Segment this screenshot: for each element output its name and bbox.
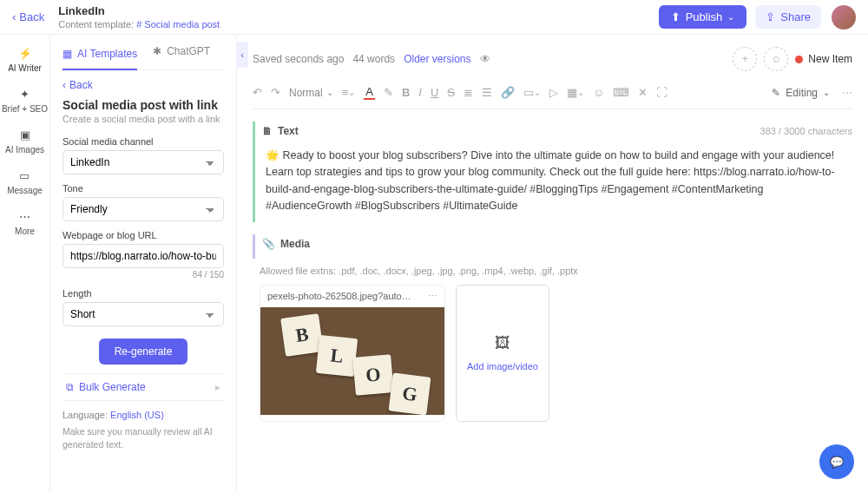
italic-icon[interactable]: I	[418, 86, 422, 99]
text-color-icon[interactable]: A	[364, 85, 375, 100]
template-panel: ▦ AI Templates ✱ ChatGPT ‹ Back Social m…	[50, 35, 237, 493]
chevron-down-icon: ⌄	[823, 88, 830, 97]
media-section: 📎 Media	[253, 234, 852, 259]
underline-icon[interactable]: U	[431, 86, 438, 99]
share-icon: ⇪	[766, 10, 775, 23]
template-link[interactable]: # Social media post	[136, 19, 220, 30]
editor: Saved seconds ago 44 words Older version…	[237, 35, 868, 493]
tone-label: Tone	[62, 183, 224, 194]
paperclip-icon: 📎	[262, 238, 275, 250]
more-icon: ⋯	[16, 208, 32, 224]
chevron-left-icon: ‹	[240, 49, 244, 60]
bulk-generate[interactable]: ⧉ Bulk Generate ▸	[62, 373, 224, 401]
language-link[interactable]: English (US)	[110, 410, 164, 420]
assign-icon[interactable]: ☺	[764, 47, 788, 71]
highlight-icon[interactable]: ✎	[384, 86, 393, 99]
chat-icon: ✱	[153, 45, 161, 57]
doc-title: LinkedIn	[58, 4, 658, 17]
chevron-left-icon: ‹	[62, 79, 66, 91]
ai-warning: Make sure you manually review all AI gen…	[62, 425, 224, 450]
language-row: Language: English (US)	[62, 410, 224, 420]
channel-select[interactable]: LinkedIn	[62, 150, 224, 174]
status-pill[interactable]: New Item	[795, 53, 852, 65]
url-char-count: 84 / 150	[62, 270, 224, 279]
back-link[interactable]: ‹ Back	[12, 10, 44, 23]
block-style-select[interactable]: Normal ⌄	[289, 87, 333, 99]
panel-back[interactable]: ‹ Back	[62, 79, 224, 91]
tone-select[interactable]: Friendly	[62, 197, 224, 221]
sidenav: ⚡ AI Writer ✦ Brief + SEO ▣ AI Images ▭ …	[0, 35, 50, 493]
image-placeholder-icon: 🖼	[495, 334, 510, 352]
copy-icon: ⧉	[66, 381, 74, 393]
toolbar: ↶ ↷ Normal ⌄ ≡⌄ A ✎ B I U S ≣ ☰ 🔗 ▭⌄ ▷ ▦…	[253, 80, 852, 109]
redo-icon[interactable]: ↷	[271, 86, 280, 99]
length-select[interactable]: Short	[62, 302, 224, 326]
template-label: Content template:	[58, 19, 134, 30]
add-user-icon[interactable]: +	[733, 47, 757, 71]
clear-format-icon[interactable]: ✕	[638, 86, 648, 99]
tab-chatgpt[interactable]: ✱ ChatGPT	[153, 45, 210, 62]
chat-fab[interactable]: 💬	[819, 444, 854, 479]
link-icon[interactable]: 🔗	[501, 86, 515, 99]
chat-bubble-icon: 💬	[830, 456, 844, 469]
tab-ai-templates[interactable]: ▦ AI Templates	[62, 45, 137, 70]
image-icon[interactable]: ▭⌄	[523, 86, 541, 99]
undo-icon[interactable]: ↶	[253, 86, 262, 99]
back-label: Back	[19, 10, 44, 23]
media-thumbnail[interactable]: B L O G	[260, 307, 444, 415]
word-count: 44 words	[352, 53, 395, 65]
mode-select[interactable]: ✎ Editing ⌄ ⋯	[772, 87, 852, 99]
avatar[interactable]	[832, 5, 856, 30]
older-versions[interactable]: Older versions	[404, 53, 470, 65]
media-filename: pexels-photo-262508.jpeg?auto=comp…	[267, 291, 415, 301]
grid-icon: ▦	[62, 48, 72, 60]
code-icon[interactable]: ⌨	[613, 86, 629, 99]
strike-icon[interactable]: S	[447, 86, 455, 99]
share-button[interactable]: ⇪ Share	[755, 5, 821, 29]
eye-icon[interactable]: 👁	[480, 53, 490, 65]
chevron-right-icon: ▸	[215, 381, 220, 393]
expand-icon[interactable]: ⛶	[656, 86, 667, 99]
media-card: pexels-photo-262508.jpeg?auto=comp… ⋯ B …	[260, 285, 445, 422]
table-icon[interactable]: ▦⌄	[567, 86, 584, 99]
video-icon[interactable]: ▷	[549, 86, 558, 99]
media-more-icon[interactable]: ⋯	[428, 291, 437, 302]
pencil-icon: ✎	[772, 87, 780, 99]
bolt-icon: ⚡	[17, 45, 33, 61]
bold-icon[interactable]: B	[402, 86, 410, 99]
url-input[interactable]	[62, 244, 224, 268]
panel-title: Social media post with link	[62, 98, 224, 112]
list-ul-icon[interactable]: ☰	[482, 86, 492, 99]
image-icon: ▣	[17, 127, 33, 142]
chevron-down-icon: ⌄	[727, 12, 734, 22]
sidenav-brief-seo[interactable]: ✦ Brief + SEO	[2, 86, 48, 115]
message-icon: ▭	[16, 168, 32, 183]
status-dot	[795, 56, 803, 63]
text-section-label: Text	[278, 125, 299, 137]
add-media-button[interactable]: 🖼 Add image/video	[456, 285, 549, 422]
sidenav-more[interactable]: ⋯ More	[15, 208, 35, 237]
text-char-count: 383 / 3000 characters	[760, 126, 852, 136]
align-icon[interactable]: ≡⌄	[342, 86, 356, 99]
target-icon: ✦	[16, 86, 32, 102]
emoji-icon[interactable]: ☺	[593, 86, 604, 99]
url-label: Webpage or blog URL	[62, 230, 224, 240]
allowed-extensions: Allowed file extns: .pdf, .doc, .docx, .…	[260, 266, 852, 276]
sidenav-ai-images[interactable]: ▣ AI Images	[5, 127, 44, 155]
more-icon[interactable]: ⋯	[842, 87, 852, 99]
regenerate-button[interactable]: Re-generate	[99, 339, 188, 365]
chevron-left-icon: ‹	[12, 10, 16, 23]
sidenav-message[interactable]: ▭ Message	[7, 168, 43, 196]
media-section-label: Media	[280, 238, 310, 250]
publish-button[interactable]: ⬆ Publish ⌄	[659, 5, 747, 29]
list-ol-icon[interactable]: ≣	[464, 86, 473, 99]
text-body[interactable]: 🌟 Ready to boost your blog subscribers? …	[262, 141, 852, 217]
collapse-panel-button[interactable]: ‹	[236, 42, 248, 68]
length-label: Length	[62, 288, 224, 299]
channel-label: Social media channel	[62, 136, 224, 147]
doc-heading: LinkedIn Content template: # Social medi…	[58, 4, 658, 30]
text-section: 🗎 Text 383 / 3000 characters 🌟 Ready to …	[253, 122, 852, 222]
chevron-down-icon: ⌄	[326, 88, 333, 97]
doc-icon: 🗎	[262, 125, 273, 137]
sidenav-ai-writer[interactable]: ⚡ AI Writer	[8, 45, 42, 74]
